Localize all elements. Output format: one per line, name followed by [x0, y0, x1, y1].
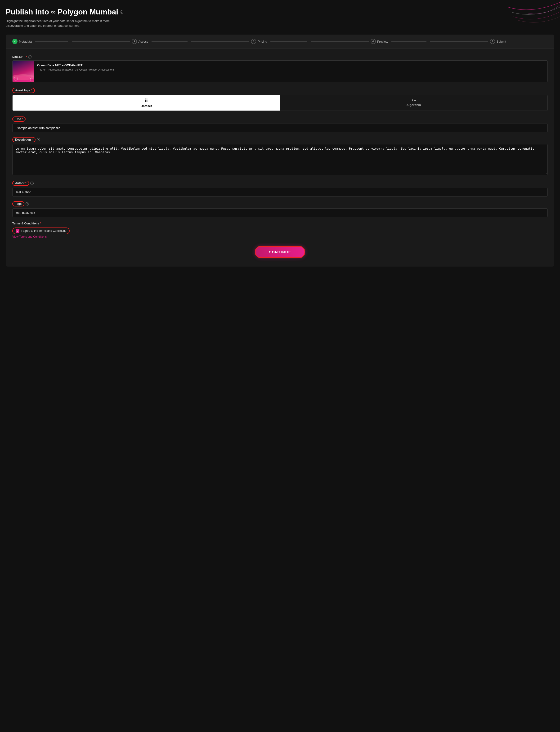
nft-thumb-info-icon: i: [14, 77, 18, 81]
data-nft-info-icon[interactable]: i: [28, 55, 31, 59]
author-info-icon[interactable]: i: [30, 182, 34, 185]
title-input[interactable]: [12, 124, 548, 132]
description-section: Description * i Lorem ipsum dolor sit am…: [12, 137, 548, 176]
publish-wizard: ✓ Metadata 2 Access 3 Pricing 4 Preview …: [6, 35, 554, 267]
step-label-preview: Preview: [377, 40, 388, 43]
stepper: ✓ Metadata 2 Access 3 Pricing 4 Preview …: [6, 35, 554, 49]
asset-btn-dataset[interactable]: ⠿ Dataset: [13, 95, 280, 111]
infinity-icon: ∞: [51, 8, 56, 16]
terms-checkbox-label: I agree to the Terms and Conditions: [21, 229, 66, 233]
asset-btn-algorithm[interactable]: ≥– Algorithm: [280, 95, 548, 111]
author-section: Author * i: [12, 181, 548, 197]
nft-desc: This NFT represents an asset in the Ocea…: [37, 68, 544, 72]
terms-link[interactable]: View Terms and Conditions: [12, 235, 548, 239]
step-indicator-access: 2: [132, 39, 137, 44]
step-label-access: Access: [138, 40, 148, 43]
step-label-pricing: Pricing: [258, 40, 267, 43]
page-subtitle: Highlight the important features of your…: [6, 19, 115, 28]
form-body: Data NFT * i i ↻ Ocean Dat: [6, 49, 554, 267]
algorithm-icon: ≥–: [412, 98, 416, 102]
description-info-icon[interactable]: i: [37, 138, 40, 141]
step-indicator-pricing: 3: [251, 39, 256, 44]
terms-checkbox-row[interactable]: I agree to the Terms and Conditions: [12, 228, 70, 234]
author-label: Author * i: [12, 181, 548, 186]
step-metadata[interactable]: ✓ Metadata: [12, 39, 70, 44]
step-label-submit: Submit: [497, 40, 506, 43]
required-asterisk: *: [26, 55, 27, 59]
description-label: Description * i: [12, 137, 548, 142]
dataset-icon: ⠿: [145, 98, 148, 103]
title-label: Title *: [12, 117, 548, 122]
step-submit[interactable]: 5 Submit: [490, 39, 548, 44]
continue-wrap: CONTINUE: [12, 246, 548, 258]
asset-type-section: Asset Type * ⠿ Dataset ≥– Algorithm: [12, 88, 548, 111]
nft-card: i ↻ Ocean Data NFT – OCEAN-NFT This NFT …: [12, 60, 548, 82]
network-info-icon[interactable]: i: [120, 10, 123, 14]
step-indicator-metadata: ✓: [12, 39, 18, 44]
continue-button[interactable]: CONTINUE: [255, 246, 305, 258]
nft-thumbnail: i ↻: [13, 61, 34, 82]
step-indicator-submit: 5: [490, 39, 495, 44]
description-input[interactable]: Lorem ipsum dolor sit amet, consectetur …: [12, 144, 548, 175]
step-label-metadata: Metadata: [19, 40, 32, 43]
tags-section: Tags i: [12, 201, 548, 217]
bg-decoration: [484, 0, 560, 38]
step-preview[interactable]: 4 Preview: [371, 39, 428, 44]
terms-title: Terms & Conditions *: [12, 222, 548, 225]
asset-type-label: Asset Type *: [12, 88, 548, 93]
tags-label: Tags i: [12, 201, 548, 207]
tags-info-icon[interactable]: i: [26, 202, 29, 206]
nft-info: Ocean Data NFT – OCEAN-NFT This NFT repr…: [34, 61, 547, 82]
nft-thumb-refresh-icon[interactable]: ↻: [29, 77, 32, 81]
data-nft-section: Data NFT * i i ↻ Ocean Dat: [12, 55, 548, 82]
asset-type-toggle: ⠿ Dataset ≥– Algorithm: [12, 95, 548, 111]
terms-checkbox[interactable]: [16, 229, 19, 233]
author-input[interactable]: [12, 188, 548, 197]
step-access[interactable]: 2 Access: [132, 39, 189, 44]
step-pricing[interactable]: 3 Pricing: [251, 39, 309, 44]
terms-section: Terms & Conditions * I agree to the Term…: [12, 222, 548, 239]
page-title: Publish into ∞ Polygon Mumbai i: [6, 8, 554, 16]
data-nft-label: Data NFT * i: [12, 55, 548, 59]
tags-input[interactable]: [12, 208, 548, 217]
nft-title: Ocean Data NFT – OCEAN-NFT: [37, 63, 544, 67]
title-section: Title *: [12, 117, 548, 132]
step-indicator-preview: 4: [371, 39, 376, 44]
